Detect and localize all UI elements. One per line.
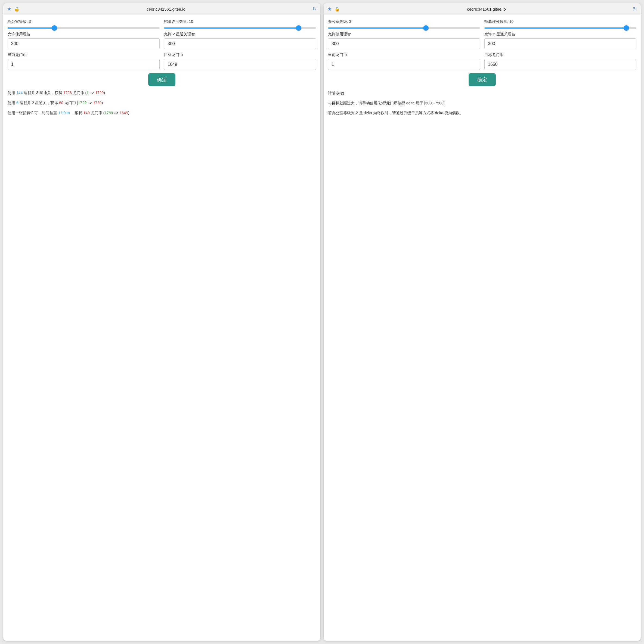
left-current-lmd-input[interactable] bbox=[8, 59, 160, 70]
left-r3-b3: 0 bbox=[63, 111, 66, 115]
right-url[interactable]: cedric341561.gitee.io bbox=[343, 7, 630, 11]
left-r3-b2: h bbox=[60, 111, 64, 115]
right-sanity-label: 允许使用理智 bbox=[328, 32, 480, 37]
left-r1-green: 1 bbox=[86, 91, 89, 95]
right-recruit-count-label: 招募许可数量: 10 bbox=[484, 19, 636, 24]
right-current-lmd-input[interactable] bbox=[328, 59, 480, 70]
left-r2-mid: 理智并 2 星通关，获得 bbox=[18, 101, 59, 105]
left-r3-pre: 使用一张招募许可，时间拉至 bbox=[8, 111, 58, 115]
right-refresh-icon[interactable]: ↻ bbox=[633, 6, 637, 12]
left-r3-end: ) bbox=[128, 111, 129, 115]
right-page-content: 办公室等级: 3 招募许可数量: 10 允许使用理智 允许 2 星通关理智 bbox=[324, 15, 641, 124]
right-sanity-group: 允许使用理智 bbox=[328, 32, 480, 49]
left-row-lmd: 当前龙门币 目标龙门币 bbox=[8, 52, 316, 70]
left-sanity-group: 允许使用理智 bbox=[8, 32, 160, 49]
right-result-block: 计算失败 与目标差距过大，请手动使用/获得龙门币使得 delta 属于 [500… bbox=[328, 89, 636, 116]
right-row-sanity: 允许使用理智 允许 2 星通关理智 bbox=[328, 32, 636, 49]
left-r3-b1: 1 bbox=[58, 111, 60, 115]
left-recruit-slider-group bbox=[164, 27, 316, 29]
left-r3-b4: m bbox=[66, 111, 70, 115]
right-fail-msg2: 若办公室等级为 2 且 delta 为奇数时，请通过升级干员等方式将 delta… bbox=[328, 110, 636, 116]
right-row-sliders bbox=[328, 27, 636, 29]
left-recruit-count-label: 招募许可数量: 10 bbox=[164, 19, 316, 24]
right-current-lmd-label: 当前龙门币 bbox=[328, 52, 480, 57]
left-r3-green: 1789 bbox=[104, 111, 113, 115]
left-confirm-button[interactable]: 确定 bbox=[148, 73, 175, 86]
left-r2-arrow: => bbox=[86, 101, 93, 105]
right-star2-group: 允许 2 星通关理智 bbox=[484, 32, 636, 49]
left-star2-input[interactable] bbox=[164, 38, 316, 49]
right-target-lmd-group: 目标龙门币 bbox=[484, 52, 636, 70]
right-row-labels: 办公室等级: 3 招募许可数量: 10 bbox=[328, 19, 636, 24]
left-result-line3: 使用一张招募许可，时间拉至 1 h0 m ，消耗 140 龙门币 (1789 =… bbox=[8, 110, 316, 116]
left-r3-arrow: => bbox=[113, 111, 119, 115]
left-sanity-input[interactable] bbox=[8, 38, 160, 49]
left-r1-blue: 144 bbox=[16, 91, 23, 95]
left-r3-post: 龙门币 ( bbox=[90, 111, 104, 115]
left-target-lmd-group: 目标龙门币 bbox=[164, 52, 316, 70]
right-recruit-slider-group bbox=[484, 27, 636, 29]
right-star-icon[interactable]: ★ bbox=[327, 6, 332, 12]
right-lock-icon: 🔒 bbox=[335, 7, 340, 12]
right-recruit-slider[interactable] bbox=[484, 27, 636, 29]
left-toolbar: ★ 🔒 cedric341561.gitee.io ↻ bbox=[3, 3, 320, 15]
right-star2-input[interactable] bbox=[484, 38, 636, 49]
left-office-slider-group bbox=[8, 27, 160, 29]
left-refresh-icon[interactable]: ↻ bbox=[312, 6, 317, 12]
left-office-level-label: 办公室等级: 3 bbox=[8, 19, 160, 24]
left-r2-post: 龙门币 ( bbox=[63, 101, 78, 105]
left-target-lmd-input[interactable] bbox=[164, 59, 316, 70]
right-target-lmd-input[interactable] bbox=[484, 59, 636, 70]
left-sanity-label: 允许使用理智 bbox=[8, 32, 160, 37]
left-r1-mid: 理智并 3 星通关，获得 bbox=[23, 91, 63, 95]
left-r3-mid: ，消耗 bbox=[70, 111, 83, 115]
left-browser-window: ★ 🔒 cedric341561.gitee.io ↻ 办公室等级: 3 招募许… bbox=[3, 3, 320, 641]
left-r2-end: ) bbox=[102, 101, 103, 105]
left-r1-red2: 1729 bbox=[95, 91, 104, 95]
left-current-lmd-label: 当前龙门币 bbox=[8, 52, 160, 57]
left-url[interactable]: cedric341561.gitee.io bbox=[22, 7, 310, 11]
left-r1-arrow: => bbox=[89, 91, 95, 95]
right-office-level-group: 办公室等级: 3 bbox=[328, 19, 480, 24]
right-row-lmd: 当前龙门币 目标龙门币 bbox=[328, 52, 636, 70]
left-star-icon[interactable]: ★ bbox=[7, 6, 11, 12]
right-confirm-button[interactable]: 确定 bbox=[469, 73, 496, 86]
left-office-slider[interactable] bbox=[8, 27, 160, 29]
left-page-content: 办公室等级: 3 招募许可数量: 10 允许使用理智 允许 2 星通关理智 bbox=[3, 15, 320, 124]
left-row-sanity-labels: 允许使用理智 允许 2 星通关理智 bbox=[8, 32, 316, 49]
left-r1-pre: 使用 bbox=[8, 91, 16, 95]
left-row-labels: 办公室等级: 3 招募许可数量: 10 bbox=[8, 19, 316, 24]
right-sanity-input[interactable] bbox=[328, 38, 480, 49]
left-r2-red: 60 bbox=[59, 101, 63, 105]
left-star2-label: 允许 2 星通关理智 bbox=[164, 32, 316, 37]
left-r1-end: ) bbox=[104, 91, 105, 95]
left-row-sliders bbox=[8, 27, 316, 29]
left-recruit-slider[interactable] bbox=[164, 27, 316, 29]
left-current-lmd-group: 当前龙门币 bbox=[8, 52, 160, 70]
right-office-slider[interactable] bbox=[328, 27, 480, 29]
left-r1-red: 1728 bbox=[63, 91, 72, 95]
left-result-line1: 使用 144 理智并 3 星通关，获得 1728 龙门币 (1 => 1729) bbox=[8, 89, 316, 96]
right-target-lmd-label: 目标龙门币 bbox=[484, 52, 636, 57]
right-fail-msg1: 与目标差距过大，请手动使用/获得龙门币使得 delta 属于 [500, -75… bbox=[328, 100, 636, 107]
left-star2-group: 允许 2 星通关理智 bbox=[164, 32, 316, 49]
left-r1-post: 龙门币 ( bbox=[72, 91, 86, 95]
right-toolbar: ★ 🔒 cedric341561.gitee.io ↻ bbox=[324, 3, 641, 15]
left-recruit-count-group: 招募许可数量: 10 bbox=[164, 19, 316, 24]
left-office-level-group: 办公室等级: 3 bbox=[8, 19, 160, 24]
left-result-line2: 使用 6 理智并 2 星通关，获得 60 龙门币 (1729 => 1789) bbox=[8, 100, 316, 106]
left-r2-red2: 1789 bbox=[93, 101, 101, 105]
left-r2-blue: 6 bbox=[16, 101, 18, 105]
right-fail-title: 计算失败 bbox=[328, 89, 636, 97]
left-result-block: 使用 144 理智并 3 星通关，获得 1728 龙门币 (1 => 1729)… bbox=[8, 89, 316, 117]
left-r3-red: 140 bbox=[83, 111, 90, 115]
right-office-level-label: 办公室等级: 3 bbox=[328, 19, 480, 24]
right-recruit-count-group: 招募许可数量: 10 bbox=[484, 19, 636, 24]
left-r2-green: 1729 bbox=[78, 101, 86, 105]
left-target-lmd-label: 目标龙门币 bbox=[164, 52, 316, 57]
left-lock-icon: 🔒 bbox=[14, 7, 20, 12]
right-star2-label: 允许 2 星通关理智 bbox=[484, 32, 636, 37]
left-r3-red2: 1649 bbox=[120, 111, 128, 115]
right-office-slider-group bbox=[328, 27, 480, 29]
left-r2-pre: 使用 bbox=[8, 101, 16, 105]
